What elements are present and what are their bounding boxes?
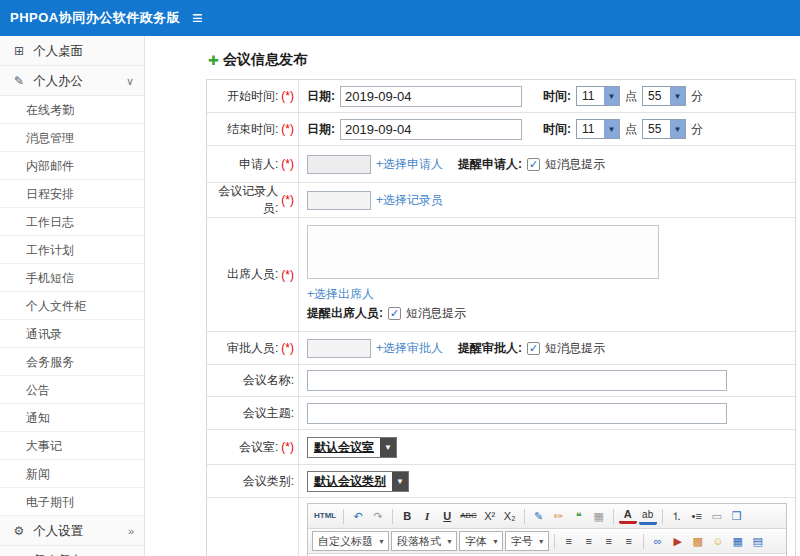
approver-sms-checkbox[interactable]: ✓ [527, 342, 540, 355]
redo-button[interactable]: ↷ [369, 507, 387, 525]
sidebar-item-internal-mail[interactable]: 内部邮件 [0, 152, 144, 180]
sidebar-item-sms[interactable]: 手机短信 [0, 264, 144, 292]
align-right-button[interactable]: ≡ [600, 532, 618, 550]
applicant-input[interactable] [307, 155, 371, 174]
form-row-applicant: 申请人: (*) +选择申请人 提醒申请人: ✓ 短消息提示 [207, 146, 795, 183]
eye-icon: ◉ [12, 546, 26, 556]
field-label-end-time: 结束时间: (*) [207, 113, 299, 145]
sidebar-item-personal-settings[interactable]: ⚙ 个人设置 » [0, 516, 144, 546]
form-row-end-time: 结束时间: (*) 日期: 时间: 11 点 55 分 [207, 113, 795, 146]
sidebar-item-meeting-service[interactable]: 会务服务 [0, 348, 144, 376]
choose-approver-link[interactable]: +选择审批人 [376, 340, 443, 357]
emoticon-button[interactable]: ☺ [709, 532, 727, 550]
attendees-sms-checkbox[interactable]: ✓ [388, 307, 401, 320]
insert-image-button[interactable]: ▩ [689, 532, 707, 550]
sidebar-item-schedule[interactable]: 日程安排 [0, 180, 144, 208]
sidebar-item-label: 个人文件柜 [26, 299, 86, 313]
template-button[interactable]: ▦ [590, 507, 608, 525]
required-mark: (*) [281, 89, 294, 103]
attendees-textarea[interactable] [307, 225, 659, 279]
unordered-list-button[interactable]: •≡ [688, 507, 706, 525]
toolbar-separator [662, 509, 663, 524]
sidebar-item-online-attendance[interactable]: 在线考勤 [0, 96, 144, 124]
font-size-select[interactable]: 字号 [505, 531, 549, 551]
meeting-category-select[interactable]: 默认会议类别 [307, 471, 409, 492]
select-label: 字体 [465, 534, 487, 549]
sidebar-item-work-plan[interactable]: 工作计划 [0, 236, 144, 264]
subscript-button[interactable]: X₂ [501, 507, 519, 525]
undo-button[interactable]: ↶ [349, 507, 367, 525]
sidebar-item-notice[interactable]: 通知 [0, 404, 144, 432]
sidebar-item-label: 新闻 [26, 467, 50, 481]
applicant-sms-checkbox[interactable]: ✓ [527, 158, 540, 171]
form-row-meeting-category: 会议类别: 默认会议类别 [207, 465, 795, 498]
hamburger-menu-icon[interactable]: ≡ [192, 0, 203, 36]
superscript-button[interactable]: X² [481, 507, 499, 525]
end-date-input[interactable] [340, 119, 522, 140]
paragraph-format-select[interactable]: 段落格式 [391, 531, 457, 551]
form-row-start-time: 开始时间: (*) 日期: 时间: 11 点 55 分 [207, 80, 795, 113]
align-left-button[interactable]: ≡ [560, 532, 578, 550]
sidebar-item-personal-office[interactable]: ✎ 个人办公 ∨ [0, 66, 144, 96]
sidebar-item-contacts[interactable]: 通讯录 [0, 320, 144, 348]
sidebar-item-work-log[interactable]: 工作日志 [0, 208, 144, 236]
underline-button[interactable]: U [438, 507, 456, 525]
meeting-topic-input[interactable] [307, 403, 727, 424]
choose-applicant-link[interactable]: +选择申请人 [376, 156, 443, 173]
sidebar-item-major-events[interactable]: 大事记 [0, 432, 144, 460]
choose-attendees-link[interactable]: +选择出席人 [307, 287, 374, 301]
form-row-recorder: 会议记录人员: (*) +选择记录员 [207, 183, 795, 218]
page-button[interactable]: ▭ [708, 507, 726, 525]
chevron-right-icon: » [128, 546, 134, 556]
align-center-button[interactable]: ≡ [580, 532, 598, 550]
eraser-button[interactable]: ✎ [530, 507, 548, 525]
select-label: 自定义标题 [318, 534, 373, 549]
fullscreen-button[interactable]: ❒ [728, 507, 746, 525]
start-date-input[interactable] [340, 86, 522, 107]
meeting-name-input[interactable] [307, 370, 727, 391]
sidebar-item-announcement[interactable]: 公告 [0, 376, 144, 404]
end-hour-select[interactable]: 11 [576, 119, 620, 139]
start-hour-select[interactable]: 11 [576, 86, 620, 106]
sidebar-item-message-management[interactable]: 消息管理 [0, 124, 144, 152]
sidebar-item-supervision[interactable]: ◉ 督查督办 » [0, 546, 144, 556]
grid-button[interactable]: ▤ [749, 532, 767, 550]
sidebar-item-e-journal[interactable]: 电子期刊 [0, 488, 144, 516]
bold-button[interactable]: B [398, 507, 416, 525]
insert-link-button[interactable]: ∞ [649, 532, 667, 550]
sms-hint-label: 短消息提示 [545, 340, 605, 357]
choose-recorder-link[interactable]: +选择记录员 [376, 192, 443, 209]
recorder-input[interactable] [307, 191, 371, 210]
insert-table-button[interactable]: ▦ [729, 532, 747, 550]
label-text: 开始时间: [227, 88, 278, 105]
blockquote-button[interactable]: ❝ [570, 507, 588, 525]
highlight-color-button[interactable]: ab [639, 507, 657, 525]
sidebar-item-label: 消息管理 [26, 131, 74, 145]
sms-hint-label: 短消息提示 [545, 156, 605, 173]
approver-input[interactable] [307, 339, 371, 358]
chevron-right-icon: » [128, 516, 134, 546]
strikethrough-button[interactable]: ABC [458, 507, 478, 525]
gear-icon: ⚙ [12, 516, 26, 546]
end-minute-select[interactable]: 55 [642, 119, 686, 139]
font-color-button[interactable]: A [619, 508, 637, 524]
sidebar-item-label: 会务服务 [26, 355, 74, 369]
ordered-list-button[interactable]: ⒈ [668, 507, 686, 525]
custom-title-select[interactable]: 自定义标题 [312, 531, 389, 551]
meeting-room-select[interactable]: 默认会议室 [307, 437, 397, 458]
align-justify-button[interactable]: ≡ [620, 532, 638, 550]
sidebar-item-desktop[interactable]: ⊞ 个人桌面 [0, 36, 144, 66]
sidebar-item-file-cabinet[interactable]: 个人文件柜 [0, 292, 144, 320]
sidebar-item-news[interactable]: 新闻 [0, 460, 144, 488]
sidebar-item-label: 通讯录 [26, 327, 62, 341]
time-label: 时间: [543, 121, 571, 138]
sidebar-item-label: 督查督办 [33, 546, 121, 556]
required-mark: (*) [281, 268, 294, 282]
font-family-select[interactable]: 字体 [459, 531, 503, 551]
format-painter-button[interactable]: ✏ [550, 507, 568, 525]
italic-button[interactable]: I [418, 507, 436, 525]
sidebar-item-label: 日程安排 [26, 187, 74, 201]
html-source-button[interactable]: HTML [312, 507, 338, 525]
insert-media-button[interactable]: ▶ [669, 532, 687, 550]
start-minute-select[interactable]: 55 [642, 86, 686, 106]
